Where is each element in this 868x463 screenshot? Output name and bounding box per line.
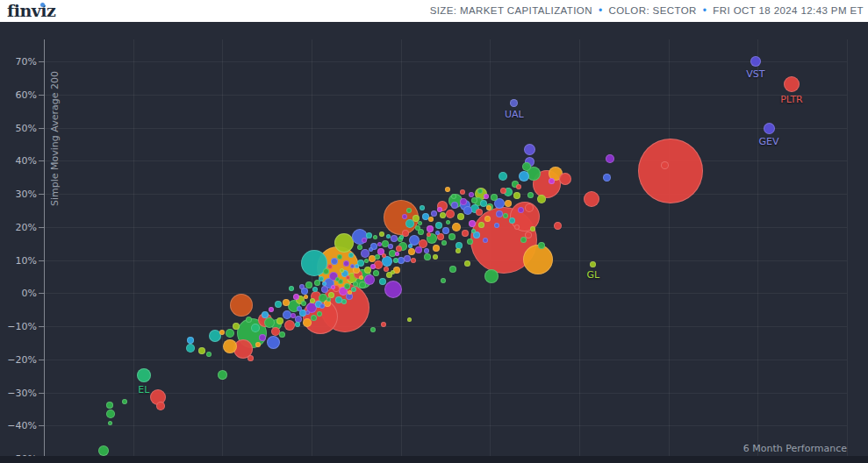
stock-bubble[interactable]: [396, 246, 402, 252]
stock-bubble[interactable]: [445, 187, 450, 192]
stock-bubble[interactable]: [478, 222, 484, 228]
stock-bubble[interactable]: [435, 222, 442, 229]
stock-bubble[interactable]: [424, 253, 431, 260]
stock-bubble-GEV[interactable]: [764, 123, 775, 134]
stock-bubble[interactable]: [348, 253, 354, 258]
stock-bubble[interactable]: [373, 235, 377, 239]
stock-bubble[interactable]: [391, 270, 395, 274]
stock-bubble[interactable]: [496, 210, 503, 217]
stock-bubble[interactable]: [108, 421, 112, 425]
stock-bubble[interactable]: [456, 248, 461, 253]
stock-bubble[interactable]: [440, 212, 446, 218]
stock-bubble[interactable]: [187, 337, 194, 344]
stock-bubble[interactable]: [293, 294, 299, 300]
stock-bubble[interactable]: [386, 234, 391, 239]
stock-bubble[interactable]: [606, 154, 614, 163]
stock-bubble[interactable]: [462, 230, 469, 237]
stock-bubble[interactable]: [494, 223, 499, 228]
stock-bubble[interactable]: [484, 269, 499, 283]
stock-bubble[interactable]: [275, 301, 282, 308]
stock-bubble[interactable]: [331, 285, 335, 289]
stock-bubble[interactable]: [503, 213, 508, 218]
stock-bubble[interactable]: [584, 191, 599, 207]
stock-bubble[interactable]: [393, 258, 398, 263]
stock-bubble[interactable]: [537, 195, 546, 203]
stock-bubble[interactable]: [366, 232, 372, 239]
stock-bubble[interactable]: [319, 303, 325, 309]
stock-bubble[interactable]: [283, 299, 290, 306]
stock-bubble[interactable]: [276, 317, 283, 324]
stock-bubble[interactable]: [284, 320, 295, 331]
stock-bubble[interactable]: [509, 217, 515, 224]
stock-bubble[interactable]: [476, 209, 483, 216]
stock-bubble[interactable]: [452, 223, 461, 232]
stock-bubble[interactable]: [415, 246, 422, 253]
stock-bubble[interactable]: [441, 240, 447, 246]
stock-bubble[interactable]: [269, 307, 274, 312]
stock-bubble[interactable]: [304, 295, 308, 299]
stock-bubble[interactable]: [312, 287, 318, 292]
stock-bubble[interactable]: [399, 235, 404, 239]
stock-bubble[interactable]: [513, 192, 520, 199]
stock-bubble[interactable]: [449, 266, 456, 273]
stock-bubble[interactable]: [223, 339, 237, 353]
stock-bubble[interactable]: [219, 330, 225, 335]
stock-bubble[interactable]: [457, 213, 464, 220]
stock-bubble[interactable]: [427, 232, 431, 237]
stock-bubble[interactable]: [519, 171, 529, 182]
stock-bubble[interactable]: [524, 144, 535, 155]
stock-bubble[interactable]: [446, 210, 455, 218]
stock-bubble[interactable]: [530, 226, 535, 232]
stock-bubble[interactable]: [122, 399, 127, 404]
stock-bubble[interactable]: [326, 297, 331, 302]
stock-bubble[interactable]: [523, 245, 553, 274]
stock-bubble[interactable]: [346, 275, 350, 280]
stock-bubble[interactable]: [267, 336, 280, 349]
stock-bubble[interactable]: [353, 281, 358, 287]
stock-bubble[interactable]: [527, 192, 534, 198]
stock-bubble[interactable]: [335, 277, 340, 281]
stock-bubble[interactable]: [415, 225, 420, 231]
stock-bubble[interactable]: [433, 245, 440, 252]
stock-bubble[interactable]: [264, 317, 275, 328]
stock-bubble[interactable]: [357, 245, 362, 250]
stock-bubble[interactable]: [500, 188, 506, 194]
stock-bubble[interactable]: [603, 174, 611, 182]
stock-bubble[interactable]: [431, 210, 437, 217]
stock-bubble[interactable]: [317, 311, 322, 317]
stock-bubble[interactable]: [638, 139, 703, 203]
stock-bubble[interactable]: [186, 344, 195, 353]
stock-bubble[interactable]: [388, 244, 393, 249]
stock-bubble[interactable]: [469, 192, 474, 197]
stock-bubble[interactable]: [323, 268, 329, 274]
stock-bubble[interactable]: [364, 259, 369, 263]
stock-bubble[interactable]: [384, 281, 402, 298]
stock-bubble[interactable]: [451, 202, 458, 209]
stock-bubble[interactable]: [441, 278, 446, 283]
stock-bubble[interactable]: [471, 229, 476, 233]
stock-bubble[interactable]: [484, 194, 489, 199]
stock-bubble-UAL[interactable]: [510, 99, 518, 107]
stock-bubble[interactable]: [279, 331, 285, 338]
stock-bubble[interactable]: [451, 194, 456, 199]
stock-bubble[interactable]: [435, 231, 440, 235]
stock-bubble-GL[interactable]: [590, 261, 596, 267]
stock-bubble[interactable]: [442, 227, 449, 234]
stock-bubble[interactable]: [661, 161, 669, 169]
stock-bubble[interactable]: [391, 235, 398, 242]
stock-bubble[interactable]: [505, 200, 512, 207]
stock-bubble[interactable]: [291, 313, 296, 318]
stock-bubble[interactable]: [106, 410, 115, 418]
stock-bubble[interactable]: [373, 270, 379, 276]
stock-bubble[interactable]: [407, 317, 412, 322]
stock-bubble[interactable]: [381, 322, 386, 327]
stock-bubble[interactable]: [382, 256, 392, 267]
stock-bubble[interactable]: [418, 221, 422, 225]
stock-bubble[interactable]: [230, 294, 253, 317]
stock-bubble[interactable]: [406, 208, 412, 213]
stock-bubble[interactable]: [463, 206, 472, 215]
stock-bubble[interactable]: [420, 205, 425, 210]
stock-bubble-VST[interactable]: [750, 56, 761, 67]
stock-bubble[interactable]: [464, 260, 470, 267]
stock-bubble[interactable]: [514, 224, 520, 230]
